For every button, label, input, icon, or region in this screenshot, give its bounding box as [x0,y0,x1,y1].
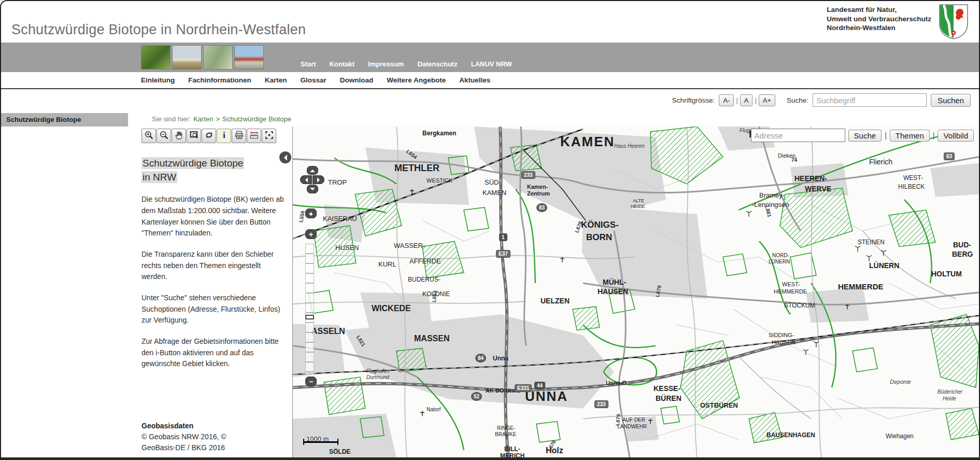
full-extent-button[interactable] [262,129,276,143]
logo-line: Umwelt und Verbraucherschutz [827,15,931,24]
panel-paragraph: Zur Abfrage der Gebietsinformationen bit… [141,336,285,370]
breadcrumb-link-karten[interactable]: Karten [193,115,213,123]
topnav-link-kontakt[interactable]: Kontakt [330,60,354,68]
mainnav-link-einleitung[interactable]: Einleitung [141,76,175,84]
logo-line: Nordrhein-Westfalen [827,23,931,33]
fontsize-button-a[interactable]: A- [719,94,734,106]
panel-footer: Geobasisdaten © Geobasis NRW 2016, © Geo… [141,422,292,454]
panel-paragraph: Die Transparenz kann über den Schieber r… [141,249,285,283]
scale-bar: 1000 m [303,435,338,445]
pan-down-button[interactable] [307,185,318,193]
zoom-rectangle-button[interactable] [187,129,201,143]
refresh-icon [204,130,214,142]
panel-title-line1: Schutzwürdige Biotope [141,157,244,169]
fontsize-button-a[interactable]: A+ [759,94,775,106]
gray-nav-bar: StartKontaktImpressumDatenschutzLANUV NR… [1,43,979,72]
zoom-slider-tick [306,303,314,313]
zoom-in-slider-button[interactable]: + [305,229,317,239]
mainnav-link-download[interactable]: Download [340,76,374,84]
scale-bar-line [303,439,338,445]
map-artwork [293,127,979,457]
pan-button[interactable] [172,129,186,143]
zoom-slider-track[interactable] [305,244,314,374]
map-search-bar: Suche|Themen|Vollbild [751,129,974,142]
mainnav-link-karten[interactable]: Karten [265,76,287,84]
nrw-coat-of-arms-icon [939,4,969,40]
info-button[interactable]: i [217,129,231,143]
map-toolbar: i [141,129,292,143]
topnav-link-lanuv-nrw[interactable]: LANUV NRW [471,60,512,68]
mainnav-link-aktuelles[interactable]: Aktuelles [459,76,490,84]
print-button[interactable] [232,129,246,143]
map-side-panel: i Schutzwürdige Biotope in NRW Die schut… [138,127,292,457]
panel-title: Schutzwürdige Biotope in NRW [141,157,292,184]
panel-text: Die schutzwürdigen Biotope (BK) werden a… [141,184,292,370]
content: Schutzwürdige Biotope Sie sind hier: Kar… [1,111,979,457]
panel-paragraph: Unter "Suche" stehen verschiedene Suchop… [141,292,285,326]
breadcrumb: Sie sind hier: Karten > Schutzwürdige Bi… [138,111,979,127]
header-thumbnails [141,45,264,69]
pan-icon [174,130,184,142]
mainnav-link-weitere-angebote[interactable]: Weitere Angebote [387,76,446,84]
site-search-button[interactable]: Suchen [931,94,971,107]
site-search-input[interactable] [813,93,927,107]
breadcrumb-separator: > [216,115,220,123]
topnav-link-start[interactable]: Start [301,60,316,68]
map-suche-button[interactable]: Suche [848,130,882,142]
map-button-separator: | [933,131,935,140]
fontsize-buttons: A-|A|A+ [719,94,775,106]
zoom-slider-tick [306,294,314,303]
map-application: i Schutzwürdige Biotope in NRW Die schut… [138,127,979,457]
fontsize-separator: | [736,96,737,104]
info-icon: i [219,130,229,142]
fontsize-label: Schriftgrösse: [672,96,715,104]
breadcrumb-current[interactable]: Schutzwürdige Biotope [222,115,291,123]
zoom-rectangle-icon [189,130,199,142]
zoom-in-button[interactable] [141,129,156,143]
pan-left-button[interactable] [300,175,312,184]
page: Schutzwürdige Biotope in Nordrhein-Westf… [0,0,980,460]
site-header: Schutzwürdige Biotope in Nordrhein-Westf… [1,1,979,43]
zoom-slider-tick [306,254,314,264]
address-input[interactable] [751,129,845,142]
zoom-slider-tick [306,284,314,294]
panel-collapse-button[interactable] [279,151,291,163]
pan-up-button[interactable] [307,166,318,175]
map-button-separator: | [885,131,887,140]
zoom-out-icon [159,130,169,142]
zoom-slider-handle[interactable] [305,315,314,319]
topnav-link-impressum[interactable]: Impressum [368,60,404,68]
top-nav: StartKontaktImpressumDatenschutzLANUV NR… [301,60,512,68]
zoom-slider-tick [306,323,314,333]
zoom-slider-tick [306,363,314,372]
fontsize-separator: | [755,96,756,104]
measure-button[interactable] [247,129,261,143]
mainnav-link-fachinformationen[interactable]: Fachinformationen [188,76,251,84]
zoom-out-button[interactable] [157,129,171,143]
zoom-slider-tick [306,244,314,254]
map-themen-button[interactable]: Themen [890,130,930,142]
refresh-button[interactable] [202,129,216,143]
measure-icon [249,130,259,142]
page-bottom-border [1,457,979,460]
zoom-slider-tick [306,264,314,274]
page-title: Schutzwürdige Biotope in Nordrhein-Westf… [11,22,306,38]
panel-title-line2: in NRW [141,171,177,183]
plants-thumbnail-image [203,45,233,69]
search-label: Suche: [787,96,808,104]
map-vollbild-button[interactable]: Vollbild [938,130,974,142]
pan-right-button[interactable] [313,175,324,184]
map-canvas[interactable]: KAMENBergkamenHaus HeerenFlugplatzBönenD… [292,127,979,457]
mainnav-link-glossar[interactable]: Glossar [301,76,326,84]
svg-text:i: i [223,131,225,140]
zoom-slider-tick [306,353,314,363]
font-search-row: Schriftgrösse: A-|A|A+ Suche: Suchen [1,89,979,111]
fontsize-button-a[interactable]: A [740,94,753,106]
breadcrumb-prefix: Sie sind hier: [152,115,191,123]
panel-paragraph: Die schutzwürdigen Biotope (BK) werden a… [141,194,285,239]
sidebar-item-schutzw-rdige-biotope[interactable]: Schutzwürdige Biotope [1,113,128,127]
topnav-link-datenschutz[interactable]: Datenschutz [417,60,457,68]
sidebar: Schutzwürdige Biotope [1,111,138,457]
center-map-button[interactable]: ◆ [305,208,317,218]
zoom-out-slider-button[interactable]: − [305,377,317,386]
